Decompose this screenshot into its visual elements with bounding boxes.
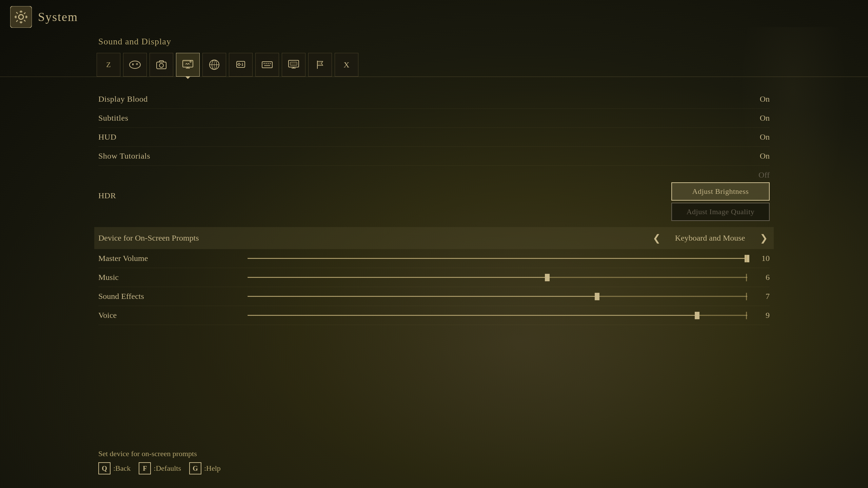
keyboard-icon: [261, 59, 273, 71]
subtitles-value: On: [760, 114, 770, 123]
page-title: System: [38, 10, 78, 24]
device-prev-button[interactable]: ❮: [650, 232, 663, 244]
help-key[interactable]: G: [189, 462, 201, 474]
tab-keyboard[interactable]: [255, 53, 279, 77]
svg-point-4: [136, 63, 138, 65]
tab-gamepad[interactable]: [123, 53, 147, 77]
music-end: [746, 274, 747, 281]
defaults-label: :Defaults: [154, 464, 181, 473]
tab-bar: Z: [0, 49, 868, 77]
show-tutorials-value: On: [760, 151, 770, 161]
tab-display[interactable]: [176, 53, 200, 77]
svg-rect-29: [268, 63, 269, 64]
setting-subtitles[interactable]: Subtitles On: [98, 109, 770, 128]
slider-master-volume[interactable]: Master Volume 10: [98, 249, 770, 268]
tab-keyboard-z[interactable]: Z: [97, 53, 120, 77]
music-thumb[interactable]: [545, 274, 550, 281]
back-label: :Back: [113, 464, 131, 473]
footer-help: G :Help: [189, 462, 221, 474]
device-row[interactable]: Device for On-Screen Prompts ❮ Keyboard …: [94, 227, 774, 249]
svg-rect-35: [290, 62, 297, 65]
tab-controls[interactable]: [229, 53, 253, 77]
display-blood-label: Display Blood: [98, 95, 241, 104]
voice-fill: [248, 315, 697, 316]
voice-track: [248, 315, 747, 316]
settings-panel: Display Blood On Subtitles On HUD On Sho…: [0, 83, 868, 332]
footer: Set device for on-screen prompts Q :Back…: [98, 449, 221, 474]
defaults-key[interactable]: F: [139, 462, 151, 474]
adjust-brightness-button[interactable]: Adjust Brightness: [671, 182, 770, 201]
music-slider[interactable]: [248, 277, 747, 278]
device-value: Keyboard and Mouse: [669, 233, 751, 243]
sound-effects-slider[interactable]: [248, 296, 747, 297]
footer-hint: Set device for on-screen prompts: [98, 449, 221, 458]
camera-icon: [155, 59, 167, 71]
master-volume-fill: [248, 258, 747, 259]
globe-icon: [208, 59, 220, 71]
svg-point-2: [130, 61, 140, 68]
music-label: Music: [98, 273, 241, 282]
sound-effects-track: [248, 296, 747, 297]
voice-value: 9: [753, 311, 770, 320]
music-track: [248, 277, 747, 278]
tab-monitor[interactable]: [282, 53, 305, 77]
master-volume-label: Master Volume: [98, 254, 241, 263]
slider-voice[interactable]: Voice 9: [98, 306, 770, 325]
subtitles-label: Subtitles: [98, 114, 241, 123]
svg-rect-10: [182, 60, 193, 62]
sound-effects-end: [746, 293, 747, 300]
svg-rect-26: [262, 62, 272, 68]
back-key[interactable]: Q: [98, 462, 111, 474]
master-volume-thumb[interactable]: [745, 255, 749, 262]
svg-point-25: [242, 65, 243, 66]
monitor-icon: [288, 59, 300, 71]
footer-defaults: F :Defaults: [139, 462, 181, 474]
hud-label: HUD: [98, 133, 241, 142]
voice-end: [746, 312, 747, 319]
hud-value: On: [760, 133, 770, 142]
master-volume-track: [248, 258, 747, 259]
setting-hud[interactable]: HUD On: [98, 128, 770, 147]
tab-camera[interactable]: [150, 53, 173, 77]
tab-x[interactable]: X: [335, 53, 358, 77]
svg-point-24: [242, 63, 243, 64]
master-volume-slider[interactable]: [248, 258, 747, 259]
voice-slider[interactable]: [248, 315, 747, 316]
music-fill: [248, 277, 547, 278]
svg-point-8: [159, 63, 163, 67]
section-title: Sound and Display: [0, 34, 868, 49]
sound-effects-fill: [248, 296, 597, 297]
svg-rect-27: [263, 63, 265, 64]
svg-rect-31: [264, 65, 270, 66]
sound-effects-thumb[interactable]: [595, 293, 599, 300]
svg-point-19: [238, 63, 240, 65]
controls-icon: [235, 59, 247, 71]
adjust-image-quality-button[interactable]: Adjust Image Quality: [671, 203, 770, 221]
setting-show-tutorials[interactable]: Show Tutorials On: [98, 147, 770, 166]
tab-globe[interactable]: [202, 53, 226, 77]
svg-rect-30: [270, 63, 271, 64]
slider-music[interactable]: Music 6: [98, 268, 770, 287]
header: System: [0, 0, 868, 34]
footer-controls: Q :Back F :Defaults G :Help: [98, 462, 221, 474]
master-volume-value: 10: [753, 254, 770, 263]
setting-hdr[interactable]: HDR Off Adjust Brightness Adjust Image Q…: [98, 166, 770, 226]
display-blood-value: On: [760, 95, 770, 104]
tab-flag[interactable]: [308, 53, 332, 77]
gamepad-icon: [129, 59, 141, 71]
slider-sound-effects[interactable]: Sound Effects 7: [98, 287, 770, 306]
device-next-button[interactable]: ❯: [757, 232, 770, 244]
master-volume-end: [746, 255, 747, 262]
device-control: ❮ Keyboard and Mouse ❯: [650, 232, 770, 244]
hdr-value: Off: [758, 170, 770, 180]
svg-rect-0: [10, 6, 32, 28]
svg-rect-28: [265, 63, 267, 64]
setting-display-blood[interactable]: Display Blood On: [98, 90, 770, 109]
sound-effects-label: Sound Effects: [98, 292, 241, 301]
music-value: 6: [753, 273, 770, 282]
adjust-buttons: Adjust Brightness Adjust Image Quality: [671, 182, 770, 221]
voice-thumb[interactable]: [695, 312, 699, 319]
device-label: Device for On-Screen Prompts: [98, 233, 199, 243]
flag-icon: [314, 59, 326, 71]
hdr-label: HDR: [98, 191, 241, 200]
